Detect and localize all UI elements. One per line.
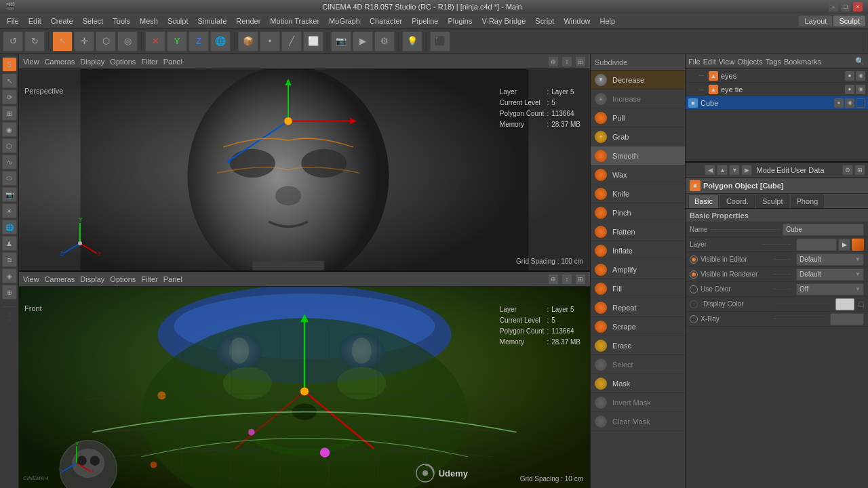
vis-editor-dropdown[interactable]: Default ▼ xyxy=(796,253,864,266)
scale-sidebar-tool[interactable]: ⊞ xyxy=(2,106,17,121)
close-button[interactable]: × xyxy=(853,2,863,12)
maximize-button[interactable]: □ xyxy=(841,2,850,12)
menu-character[interactable]: Character xyxy=(366,16,406,26)
nav-up[interactable]: ▲ xyxy=(717,165,728,176)
spline-sidebar[interactable]: ∿ xyxy=(2,155,17,169)
move-sidebar-tool[interactable]: ↖ xyxy=(2,73,17,88)
pull-tool[interactable]: Pull xyxy=(591,108,685,127)
use-color-dropdown[interactable]: Off ▼ xyxy=(796,283,864,296)
top-viewport[interactable]: View Cameras Display Options Filter Pane… xyxy=(19,54,590,272)
object-mode[interactable]: 📦 xyxy=(238,31,258,52)
mode-tab-mode[interactable]: Mode xyxy=(756,166,775,174)
lock-btn-b[interactable]: ⊕ xyxy=(548,274,559,285)
vp-filter[interactable]: Filter xyxy=(141,58,157,66)
maximize-vp-btn-b[interactable]: ↕ xyxy=(561,274,572,285)
vp-cameras[interactable]: Cameras xyxy=(45,58,75,66)
select-tool[interactable]: ↖ xyxy=(52,31,73,52)
light-btn[interactable]: 💡 xyxy=(402,31,422,52)
vp-b-panel[interactable]: Panel xyxy=(163,275,182,283)
select-tool-s[interactable]: Select xyxy=(591,355,685,374)
y-axis[interactable]: Y xyxy=(167,31,187,52)
display-color-alpha[interactable] xyxy=(859,302,864,307)
lock-btn[interactable]: ⊕ xyxy=(548,56,559,67)
scale-tool[interactable]: ⬡ xyxy=(96,31,116,52)
omgr-edit[interactable]: Edit xyxy=(703,58,716,66)
sculpt-sidebar-tool[interactable]: S xyxy=(2,57,17,72)
fullscreen-btn-b[interactable]: ⊞ xyxy=(575,274,586,285)
expand-btn[interactable]: ⊞ xyxy=(854,165,865,176)
world-coord[interactable]: 🌐 xyxy=(210,31,231,52)
omgr-file[interactable]: File xyxy=(688,58,701,66)
omgr-tags[interactable]: Tags xyxy=(766,58,781,66)
flatten-tool[interactable]: Flatten xyxy=(591,222,685,241)
smooth-tool[interactable]: Smooth xyxy=(591,146,685,165)
camera-sidebar[interactable]: 📷 xyxy=(2,187,17,202)
hair-sidebar[interactable]: ≋ xyxy=(2,252,17,267)
viewport-bottom-canvas[interactable]: Front Layer:Layer 5 Current Level:5 Poly… xyxy=(19,287,590,488)
move-tool[interactable]: ✛ xyxy=(74,31,94,52)
eyes-vis-editor[interactable]: ● xyxy=(845,71,854,81)
increase-tool[interactable]: ▲ Increase xyxy=(591,89,685,108)
vp-view[interactable]: View xyxy=(23,58,39,66)
omgr-objects[interactable]: Objects xyxy=(737,58,762,66)
edge-mode[interactable]: ╱ xyxy=(281,31,302,52)
vp-options[interactable]: Options xyxy=(110,58,136,66)
vp-b-options[interactable]: Options xyxy=(110,275,136,283)
deformer-sidebar[interactable]: ⬭ xyxy=(2,171,17,186)
menu-tools[interactable]: Tools xyxy=(108,16,134,26)
clear-mask-tool[interactable]: Clear Mask xyxy=(591,412,685,431)
cube-vis-editor[interactable]: ● xyxy=(834,98,844,108)
menu-motion-tracker[interactable]: Motion Tracker xyxy=(266,16,323,26)
display-color-swatch[interactable] xyxy=(835,298,854,310)
menu-simulate[interactable]: Simulate xyxy=(193,16,231,26)
redo-button[interactable]: ↻ xyxy=(24,31,45,52)
light-sidebar[interactable]: ☀ xyxy=(2,203,17,218)
scene-sidebar[interactable]: 🌐 xyxy=(2,220,17,235)
render-settings[interactable]: ⚙ xyxy=(374,31,395,52)
dynamics-sidebar[interactable]: ⊕ xyxy=(2,285,17,300)
nav-left[interactable]: ◀ xyxy=(705,165,715,176)
inflate-tool[interactable]: Inflate xyxy=(591,241,685,260)
scrape-tool[interactable]: Scrape xyxy=(591,317,685,336)
rotate-sidebar-tool[interactable]: ⟳ xyxy=(2,89,17,104)
render-btn[interactable]: ▶ xyxy=(353,31,373,52)
nav-down[interactable]: ▼ xyxy=(729,165,740,176)
menu-file[interactable]: File xyxy=(3,16,23,26)
obj-row-eyes[interactable]: ▲ eyes ● ◉ xyxy=(686,69,868,83)
point-mode[interactable]: • xyxy=(260,31,280,52)
omgr-bookmarks[interactable]: Bookmarks xyxy=(784,58,821,66)
vp-display[interactable]: Display xyxy=(80,58,104,66)
mode-tab-edit[interactable]: Edit xyxy=(776,166,789,174)
knife-tool[interactable]: Knife xyxy=(591,184,685,203)
menu-render[interactable]: Render xyxy=(232,16,264,26)
bottom-viewport[interactable]: View Cameras Display Options Filter Pane… xyxy=(19,272,590,488)
vp-b-view[interactable]: View xyxy=(23,275,39,283)
eyes-vis-render[interactable]: ◉ xyxy=(856,71,865,81)
tab-coord[interactable]: Coord. xyxy=(720,195,755,208)
fullscreen-btn[interactable]: ⊞ xyxy=(575,56,586,67)
minimize-button[interactable]: − xyxy=(829,2,838,12)
poly-mode[interactable]: ⬜ xyxy=(303,31,323,52)
char-sidebar[interactable]: ♟ xyxy=(2,236,17,251)
xray-field[interactable] xyxy=(830,313,864,325)
menu-help[interactable]: Help xyxy=(596,16,620,26)
invert-mask-tool[interactable]: Invert Mask xyxy=(591,393,685,412)
menu-mograph[interactable]: MoGraph xyxy=(325,16,364,26)
vis-editor-radio[interactable] xyxy=(690,256,698,264)
xray-radio[interactable] xyxy=(690,315,698,323)
obj-row-eyetie[interactable]: ▲ eye tie ● ◉ xyxy=(686,83,868,96)
nav-right[interactable]: ▶ xyxy=(741,165,752,176)
decrease-tool[interactable]: ▼ Decrease xyxy=(591,70,685,89)
floor-btn[interactable]: ⬛ xyxy=(430,31,450,52)
omgr-view[interactable]: View xyxy=(719,58,735,66)
menu-sculpt[interactable]: Sculpt xyxy=(163,16,193,26)
tab-basic[interactable]: Basic xyxy=(688,195,719,208)
x-axis[interactable]: ✕ xyxy=(145,31,165,52)
eyetie-vis-editor[interactable]: ● xyxy=(845,85,854,94)
obj-row-cube[interactable]: ■ Cube ● ◉ xyxy=(686,96,868,110)
display-color-radio[interactable] xyxy=(690,300,698,308)
menu-script[interactable]: Script xyxy=(531,16,558,26)
obj-search[interactable]: 🔍 xyxy=(854,56,865,67)
grab-tool[interactable]: + Grab xyxy=(591,127,685,146)
vp-b-cameras[interactable]: Cameras xyxy=(45,275,75,283)
